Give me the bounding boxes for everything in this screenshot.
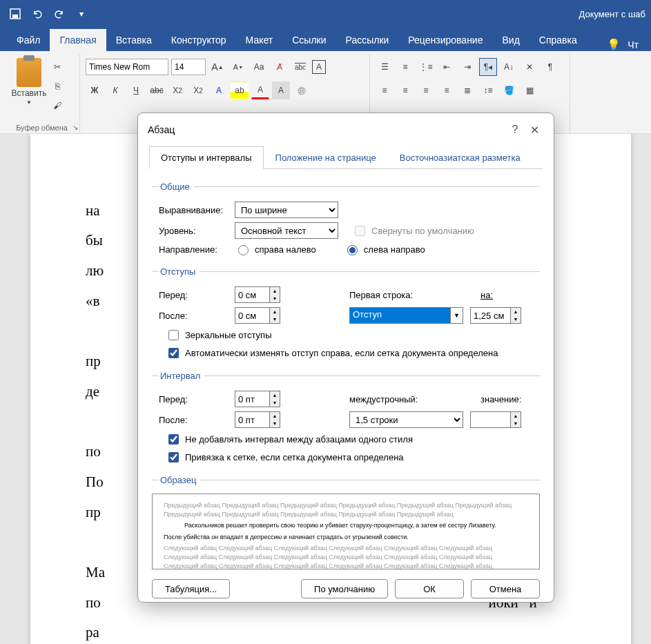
line-spacing-label: междустрочный: [349,394,439,404]
font-color-icon[interactable]: A [251,81,269,99]
align-center-icon[interactable]: ≡ [396,81,414,99]
multilevel-icon[interactable]: ⋮≡ [417,58,435,76]
sort-icon[interactable]: A↓ [500,58,518,76]
shading-icon[interactable]: 🪣 [500,81,518,99]
first-line-select[interactable]: Отступ ▼ [349,307,463,324]
tabs-button[interactable]: Табуляция... [152,579,230,598]
cut-icon[interactable]: ✂ [48,58,66,76]
spacing-before-input[interactable] [235,391,269,407]
font-family-select[interactable] [86,59,168,75]
align-left-icon[interactable]: ≡ [376,81,393,99]
spin-down-icon[interactable]: ▼ [270,315,280,323]
enclose-char-icon[interactable]: ㊐ [293,81,311,99]
tab-indents-spacing[interactable]: Отступы и интервалы [149,146,264,169]
distributed-icon[interactable]: ≣ [458,81,476,99]
ok-button[interactable]: ОК [395,579,464,598]
superscript-icon[interactable]: X2 [189,81,207,99]
help-icon[interactable]: ? [505,120,525,139]
align-right-icon[interactable]: ≡ [417,81,435,99]
auto-adjust-checkbox[interactable] [168,348,179,358]
spin-up-icon[interactable]: ▲ [511,308,521,315]
grow-font-icon[interactable]: A▲ [208,58,226,76]
numbering-icon[interactable]: ≡ [396,58,414,76]
bullets-icon[interactable]: ☰ [376,58,393,76]
bold-icon[interactable]: Ж [86,81,104,99]
set-default-button[interactable]: По умолчанию [301,579,388,598]
dialog-launcher-icon[interactable]: ↘ [72,124,78,131]
tab-home[interactable]: Главная [50,29,106,51]
save-icon[interactable] [6,4,25,23]
tab-layout[interactable]: Макет [236,29,283,51]
italic-icon[interactable]: К [106,81,124,99]
mirror-indents-checkbox[interactable] [168,330,179,340]
rtl-radio[interactable] [238,245,249,255]
spacing-at-label: значение: [480,394,521,404]
close-icon[interactable]: ✕ [525,120,544,139]
tab-line-page-breaks[interactable]: Положение на странице [264,146,388,168]
indent-after-input[interactable] [235,307,269,324]
format-painter-icon[interactable]: 🖌 [48,97,66,115]
borders-icon[interactable]: ▦ [521,81,538,99]
spacing-after-input[interactable] [235,411,269,428]
increase-indent-icon[interactable]: ⇥ [458,58,476,76]
redo-icon[interactable] [50,4,69,23]
justify-icon[interactable]: ≡ [438,81,456,99]
spin-down-icon[interactable]: ▼ [270,399,280,407]
spin-down-icon[interactable]: ▼ [270,420,280,427]
line-spacing-icon[interactable]: ↕≡ [479,81,497,99]
phonetic-guide-icon[interactable]: abc [291,58,309,76]
char-border-icon[interactable]: A [312,60,326,74]
tellme-label[interactable]: Чт [628,39,639,50]
ltr-direction-icon[interactable]: ¶◂ [479,58,497,76]
clear-format-icon[interactable]: A̸ [271,58,289,76]
font-size-select[interactable] [171,59,206,75]
tab-references[interactable]: Ссылки [282,29,336,51]
spacing-at-input[interactable] [470,411,510,428]
char-shading-icon[interactable]: A [272,81,290,99]
indent-by-input[interactable] [470,307,510,324]
decrease-indent-icon[interactable]: ⇤ [438,58,456,76]
ltr-radio[interactable] [347,245,358,255]
spin-up-icon[interactable]: ▲ [270,308,280,315]
indent-before-input[interactable] [235,286,269,303]
paste-button[interactable]: Вставить ▼ [10,55,48,115]
spin-up-icon[interactable]: ▲ [511,412,521,420]
copy-icon[interactable]: ⎘ [48,77,66,95]
shrink-font-icon[interactable]: A▼ [229,58,247,76]
cancel-button[interactable]: Отмена [471,579,540,598]
subscript-icon[interactable]: X2 [168,81,186,99]
show-marks-icon[interactable]: ¶ [541,58,559,76]
spin-up-icon[interactable]: ▲ [270,287,280,295]
dont-add-space-checkbox[interactable] [168,434,179,445]
tab-mailings[interactable]: Рассылки [336,29,399,51]
body-text: ра [86,621,576,644]
alignment-select[interactable]: По ширине [235,202,338,218]
tab-design[interactable]: Конструктор [162,29,236,51]
spacing-legend: Интервал [159,371,204,381]
line-spacing-select[interactable]: 1,5 строки [349,411,463,428]
qat-customize-icon[interactable]: ▾ [72,4,91,23]
tellme-icon[interactable]: 💡 [607,38,621,51]
tab-review[interactable]: Рецензирование [398,29,492,51]
tab-asian-typography[interactable]: Восточноазиатская разметка [388,146,532,168]
asian-layout-icon[interactable]: ✕ [521,58,538,76]
dialog-title-text: Абзац [148,124,175,135]
text-effects-icon[interactable]: A [210,81,228,99]
spin-down-icon[interactable]: ▼ [511,420,521,427]
svg-rect-1 [12,14,18,18]
highlight-icon[interactable]: ab [231,81,249,99]
outline-level-select[interactable]: Основной текст [235,222,338,239]
tab-help[interactable]: Справка [529,29,587,51]
spin-up-icon[interactable]: ▲ [270,412,280,420]
spin-up-icon[interactable]: ▲ [270,391,280,399]
change-case-icon[interactable]: Aa [250,58,268,76]
spin-down-icon[interactable]: ▼ [270,295,280,302]
snap-grid-checkbox[interactable] [168,452,179,462]
spin-down-icon[interactable]: ▼ [511,315,521,323]
tab-view[interactable]: Вид [492,29,529,51]
strike-icon[interactable]: abc [148,81,166,99]
tab-insert[interactable]: Вставка [106,29,162,51]
underline-icon[interactable]: Ч [127,81,145,99]
tab-file[interactable]: Файл [7,29,50,51]
undo-icon[interactable] [28,4,47,23]
